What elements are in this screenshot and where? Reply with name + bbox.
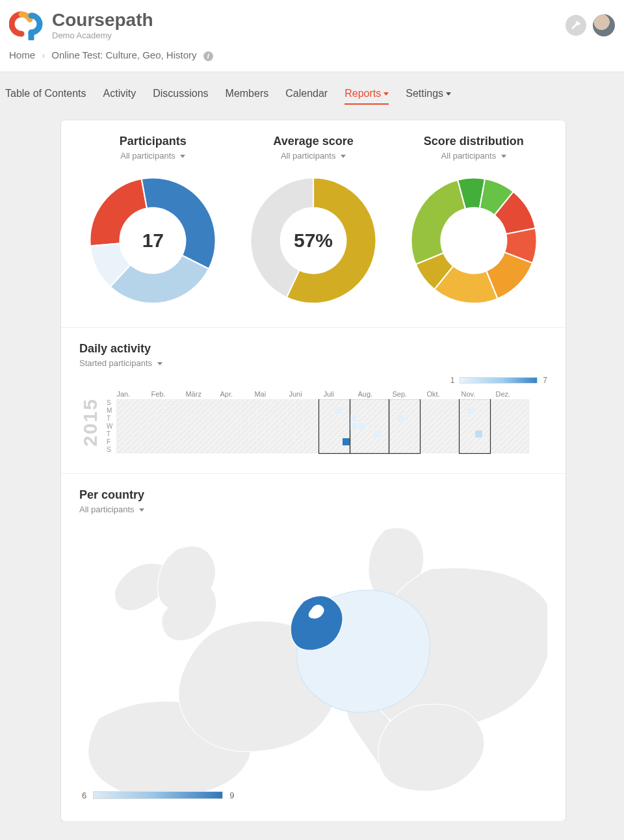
svg-rect-289 — [428, 446, 436, 453]
svg-rect-364 — [514, 430, 521, 438]
svg-rect-23 — [132, 446, 139, 453]
tab-table-of-contents[interactable]: Table of Contents — [5, 88, 86, 105]
svg-rect-381 — [350, 423, 358, 430]
svg-rect-385 — [467, 407, 474, 414]
participants-filter[interactable]: All participants — [79, 151, 227, 161]
svg-rect-175 — [304, 430, 311, 438]
svg-rect-114 — [233, 446, 240, 453]
settings-gear-button[interactable] — [566, 15, 586, 36]
participants-card: Participants All participants 17 — [79, 135, 227, 309]
svg-rect-94 — [218, 399, 225, 406]
svg-rect-151 — [280, 407, 287, 414]
svg-rect-234 — [374, 399, 381, 406]
tab-members[interactable]: Members — [226, 88, 269, 105]
svg-rect-126 — [249, 430, 256, 438]
svg-rect-69 — [187, 423, 194, 430]
svg-rect-52 — [171, 399, 178, 406]
average-score-filter[interactable]: All participants — [240, 151, 387, 161]
svg-rect-210 — [343, 430, 350, 438]
svg-rect-354 — [506, 407, 514, 414]
logo-icon — [9, 10, 46, 40]
svg-rect-303 — [444, 446, 451, 453]
svg-rect-181 — [311, 423, 318, 430]
breadcrumb-home[interactable]: Home — [9, 49, 35, 60]
month-label: Aug. — [358, 390, 392, 399]
svg-rect-263 — [405, 407, 412, 414]
svg-rect-178 — [311, 399, 318, 406]
tab-settings[interactable]: Settings — [406, 88, 451, 105]
svg-rect-226 — [358, 446, 365, 453]
per-country-filter[interactable]: All participants — [79, 505, 547, 514]
svg-rect-242 — [382, 407, 389, 414]
svg-rect-305 — [452, 407, 459, 414]
month-label: Dez. — [495, 390, 530, 399]
svg-rect-21 — [132, 430, 139, 438]
svg-rect-184 — [311, 446, 318, 453]
svg-rect-137 — [265, 407, 272, 414]
svg-rect-81 — [202, 407, 209, 414]
svg-rect-18 — [132, 407, 139, 414]
svg-rect-167 — [296, 423, 303, 430]
svg-rect-342 — [491, 423, 498, 430]
svg-rect-268 — [405, 446, 412, 453]
svg-rect-143 — [272, 399, 280, 406]
info-icon[interactable]: i — [203, 51, 213, 61]
user-avatar[interactable] — [593, 14, 615, 36]
svg-rect-269 — [413, 399, 420, 406]
score-distribution-donut — [406, 172, 542, 309]
svg-rect-76 — [194, 423, 202, 430]
legend-gradient — [93, 791, 223, 799]
svg-rect-37 — [148, 446, 155, 453]
dow-label: S — [107, 446, 112, 454]
daily-activity-filter[interactable]: Started participants — [79, 358, 547, 368]
svg-rect-133 — [257, 430, 264, 438]
svg-rect-71 — [187, 438, 194, 445]
svg-rect-273 — [413, 430, 420, 438]
tab-calendar[interactable]: Calendar — [285, 88, 328, 105]
svg-rect-302 — [444, 438, 451, 445]
europe-map — [79, 523, 547, 803]
tab-discussions[interactable]: Discussions — [153, 88, 208, 105]
legend-min: 6 — [82, 791, 86, 800]
svg-rect-155 — [280, 438, 287, 445]
svg-rect-191 — [319, 446, 326, 453]
svg-rect-333 — [483, 407, 490, 414]
svg-rect-12 — [124, 415, 131, 422]
chevron-down-icon — [341, 155, 346, 158]
svg-rect-95 — [218, 407, 225, 414]
month-label: Mai — [254, 390, 289, 399]
svg-rect-5 — [116, 415, 124, 422]
svg-rect-173 — [304, 415, 311, 422]
participants-title: Participants — [79, 135, 227, 148]
svg-rect-296 — [436, 446, 443, 453]
svg-rect-308 — [452, 430, 459, 438]
svg-rect-132 — [257, 423, 264, 430]
svg-rect-244 — [382, 423, 389, 430]
svg-rect-190 — [319, 438, 326, 445]
score-distribution-filter[interactable]: All participants — [400, 151, 547, 161]
tab-reports[interactable]: Reports — [344, 88, 389, 105]
scale-min: 1 — [450, 376, 455, 385]
svg-rect-60 — [179, 407, 186, 414]
svg-rect-343 — [491, 430, 498, 438]
svg-rect-357 — [506, 430, 514, 438]
dow-label: T — [107, 415, 112, 423]
month-label: März — [185, 390, 220, 399]
svg-rect-40 — [155, 415, 162, 422]
month-label: Apr. — [220, 390, 254, 399]
svg-rect-203 — [335, 430, 342, 438]
tab-activity[interactable]: Activity — [103, 88, 136, 105]
svg-rect-116 — [241, 407, 248, 414]
svg-rect-64 — [179, 438, 186, 445]
svg-rect-356 — [506, 423, 514, 430]
svg-rect-124 — [249, 415, 256, 422]
svg-rect-253 — [389, 438, 396, 445]
svg-rect-240 — [374, 446, 381, 453]
svg-rect-179 — [311, 407, 318, 414]
svg-rect-290 — [436, 399, 443, 406]
month-label: Jan. — [116, 390, 151, 399]
svg-rect-255 — [397, 399, 404, 406]
svg-rect-246 — [382, 438, 389, 445]
course-tabs: Table of Contents Activity Discussions M… — [0, 72, 624, 116]
svg-rect-382 — [358, 423, 365, 430]
